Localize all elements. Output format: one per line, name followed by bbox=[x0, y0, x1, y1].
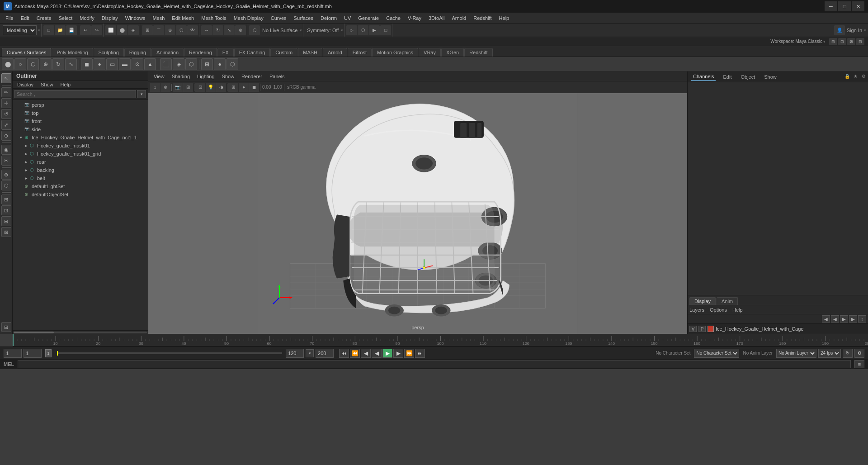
snap-view-btn[interactable]: 👁 bbox=[187, 25, 198, 35]
rp-bottom-tab-anim[interactable]: Anim bbox=[717, 297, 738, 305]
layer-color-swatch[interactable] bbox=[708, 326, 714, 332]
menu-mesh-display[interactable]: Mesh Display bbox=[230, 13, 267, 23]
search-input[interactable] bbox=[14, 90, 136, 98]
status-right-btn[interactable]: ≡ bbox=[854, 360, 864, 368]
select-hier-btn[interactable]: ⬤ bbox=[117, 25, 127, 35]
maximize-button[interactable]: □ bbox=[838, 1, 851, 11]
playback-settings-btn[interactable]: ⚙ bbox=[854, 349, 864, 358]
play-fwd-btn[interactable]: ▶ bbox=[382, 349, 392, 358]
vp-tex-btn[interactable]: ◼ bbox=[249, 83, 259, 92]
icon-extrude[interactable]: ⬛ bbox=[160, 58, 172, 70]
range-end-input[interactable] bbox=[286, 349, 304, 358]
menu-surfaces[interactable]: Surfaces bbox=[290, 13, 317, 23]
menu-cache[interactable]: Cache bbox=[382, 13, 404, 23]
tree-item-side[interactable]: 📷 side bbox=[13, 125, 148, 133]
layers-menu-layers[interactable]: Layers bbox=[689, 307, 704, 313]
layers-collapse-btn[interactable]: ↕ bbox=[858, 315, 866, 323]
vp-persp-btn[interactable]: ⊞ bbox=[183, 83, 193, 92]
layout-icon-1[interactable]: ⊞ bbox=[829, 38, 837, 45]
outliner-menu-display[interactable]: Display bbox=[14, 81, 37, 88]
prev-key-btn[interactable]: ◀ bbox=[361, 349, 371, 358]
snap-grid-btn[interactable]: ⊞ bbox=[142, 25, 153, 35]
play-back-btn[interactable]: ◀ bbox=[372, 349, 382, 358]
scale-btn[interactable]: ⤡ bbox=[224, 25, 235, 35]
tab-animation[interactable]: Animation bbox=[151, 48, 184, 57]
no-anim-dropdown[interactable]: No Anim Layer bbox=[776, 349, 816, 358]
open-scene-btn[interactable]: 📁 bbox=[55, 25, 66, 35]
rp-tab-show[interactable]: Show bbox=[762, 73, 778, 81]
tool-layout-d[interactable]: ⊠ bbox=[1, 227, 11, 237]
menu-uv[interactable]: UV bbox=[340, 13, 354, 23]
icon-sphere[interactable]: ● bbox=[94, 58, 105, 70]
layers-next2-btn[interactable]: ▶ bbox=[849, 315, 857, 323]
vp-shadow-btn[interactable]: ◑ bbox=[216, 83, 226, 92]
layer-vis-v[interactable]: V bbox=[689, 326, 697, 332]
tab-rigging[interactable]: Rigging bbox=[124, 48, 151, 57]
frame-current-input[interactable] bbox=[24, 349, 42, 358]
select-obj-btn[interactable]: ⬜ bbox=[105, 25, 116, 35]
no-character-dropdown[interactable]: No Character Set bbox=[694, 349, 739, 358]
mode-selector[interactable]: Modeling bbox=[3, 25, 37, 35]
menu-deform[interactable]: Deform bbox=[317, 13, 340, 23]
redo-btn[interactable]: ↪ bbox=[91, 25, 102, 35]
fps-dropdown[interactable]: 24 fps bbox=[818, 349, 841, 358]
icon-cone[interactable]: ▲ bbox=[144, 58, 156, 70]
tool-layout-a[interactable]: ⊞ bbox=[1, 195, 11, 204]
icon-rotate2[interactable]: ↻ bbox=[52, 58, 64, 70]
menu-file[interactable]: File bbox=[2, 13, 17, 23]
rp-bottom-tab-display[interactable]: Display bbox=[689, 297, 716, 305]
tree-item-mask01-grid[interactable]: ▸ ⬡ Hockey_goalie_mask01_grid bbox=[13, 150, 148, 158]
tree-item-persp[interactable]: 📷 persp bbox=[13, 101, 148, 109]
vp-menu-renderer[interactable]: Renderer bbox=[238, 73, 266, 80]
layers-next-btn[interactable]: ▶ bbox=[840, 315, 848, 323]
icon-subdiv[interactable]: ⬡ bbox=[226, 58, 238, 70]
rp-tab-object[interactable]: Object bbox=[739, 73, 757, 81]
range-end-arrow[interactable]: ▾ bbox=[306, 349, 314, 357]
tree-item-front[interactable]: 📷 front bbox=[13, 117, 148, 125]
icon-bridge[interactable]: ⬡ bbox=[185, 58, 197, 70]
vp-menu-view[interactable]: View bbox=[150, 73, 168, 80]
tab-sculpting[interactable]: Sculpting bbox=[94, 48, 124, 57]
command-line[interactable] bbox=[18, 360, 851, 368]
tool-rotate3[interactable]: ↺ bbox=[1, 109, 11, 119]
menu-redshift[interactable]: Redshift bbox=[470, 13, 495, 23]
tool-soft-select[interactable]: ◉ bbox=[1, 145, 11, 155]
skip-to-end-btn[interactable]: ⏭ bbox=[415, 349, 425, 358]
tree-item-rear[interactable]: ▸ ⬡ rear bbox=[13, 158, 148, 166]
menu-mesh[interactable]: Mesh bbox=[149, 13, 168, 23]
icon-smooth[interactable]: ● bbox=[214, 58, 226, 70]
vp-menu-show[interactable]: Show bbox=[218, 73, 238, 80]
tree-item-backing[interactable]: ▸ ⬡ backing bbox=[13, 166, 148, 174]
tab-fx[interactable]: FX bbox=[217, 48, 234, 57]
viewport-canvas[interactable]: persp bbox=[148, 93, 687, 334]
frame-start-input[interactable] bbox=[4, 349, 22, 358]
menu-curves[interactable]: Curves bbox=[267, 13, 290, 23]
tool-move2[interactable]: ✛ bbox=[1, 98, 11, 108]
search-options-btn[interactable]: ▾ bbox=[137, 90, 146, 98]
menu-select[interactable]: Select bbox=[55, 13, 76, 23]
layers-prev2-btn[interactable]: ◀ bbox=[831, 315, 839, 323]
tool-symmetry2[interactable]: ⬡ bbox=[1, 180, 11, 190]
new-scene-btn[interactable]: □ bbox=[43, 25, 54, 35]
menu-edit[interactable]: Edit bbox=[17, 13, 33, 23]
snap-surface-btn[interactable]: ⬡ bbox=[176, 25, 187, 35]
rp-gear-icon[interactable]: ⚙ bbox=[860, 72, 867, 80]
menu-display[interactable]: Display bbox=[98, 13, 122, 23]
snap-curve-btn[interactable]: ⌒ bbox=[153, 25, 164, 35]
icon-cylinder[interactable]: ▭ bbox=[106, 58, 118, 70]
save-scene-btn[interactable]: 💾 bbox=[66, 25, 77, 35]
tool-layout-b[interactable]: ⊡ bbox=[1, 205, 11, 215]
icon-wireframe[interactable]: ⊞ bbox=[201, 58, 213, 70]
vp-menu-panels[interactable]: Panels bbox=[266, 73, 288, 80]
tab-poly-modeling[interactable]: Poly Modeling bbox=[52, 48, 93, 57]
layers-menu-options[interactable]: Options bbox=[710, 307, 727, 313]
icon-lasso[interactable]: ○ bbox=[14, 58, 26, 70]
menu-windows[interactable]: Windows bbox=[122, 13, 149, 23]
menu-create[interactable]: Create bbox=[33, 13, 55, 23]
skip-to-start-btn[interactable]: ⏮ bbox=[339, 349, 349, 358]
menu-vray[interactable]: V-Ray bbox=[404, 13, 425, 23]
tool-select[interactable]: ↖ bbox=[1, 73, 11, 83]
tree-item-default-object-set[interactable]: ⊛ defaultObjectSet bbox=[13, 190, 148, 199]
move-btn[interactable]: ↔ bbox=[201, 25, 212, 35]
vp-menu-shading[interactable]: Shading bbox=[168, 73, 193, 80]
